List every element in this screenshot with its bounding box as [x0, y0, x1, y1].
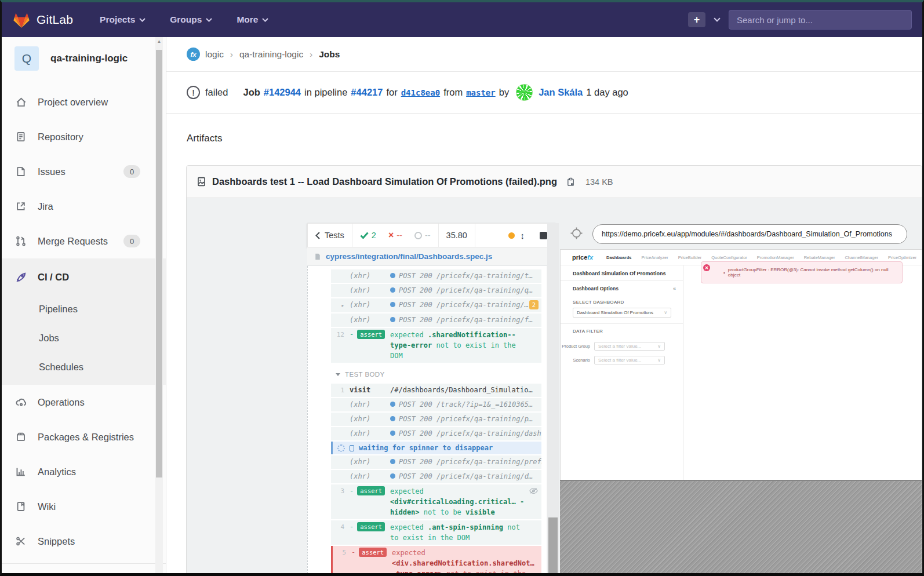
author-link[interactable]: Jan Skála — [539, 87, 583, 98]
gitlab-brand[interactable]: GitLab — [12, 11, 73, 28]
log-row-xhr[interactable]: (xhr) POST 200 /pricefx/qa-training/q… — [331, 284, 541, 297]
pricefx-project-icon: fx — [187, 48, 200, 61]
log-row-xhr[interactable]: (xhr) POST 200 /pricefx/qa-training/f… — [331, 313, 541, 327]
log-row-xhr[interactable]: (xhr) POST 200 /pricefx/qa-training/t… — [331, 269, 541, 283]
artifact-screenshot: Tests 2 ×-- -- 35.80 — [187, 198, 922, 573]
nav-more[interactable]: More — [237, 14, 268, 25]
search-input[interactable] — [729, 10, 912, 30]
chevron-down-icon — [262, 18, 268, 22]
log-row-assert-pass[interactable]: 12 -assert expected .sharedNotification-… — [331, 328, 541, 363]
dashboard-select[interactable]: Dashboard Simulation Of Promotions ∨ — [573, 308, 671, 318]
nav-groups[interactable]: Groups — [170, 14, 212, 25]
job-id-link[interactable]: #142944 — [264, 87, 301, 98]
chevron-down-icon — [139, 18, 145, 22]
sidebar-item-jobs[interactable]: Jobs — [2, 323, 166, 352]
project-name: qa-training-logic — [50, 53, 128, 64]
hidden-eye-icon — [529, 487, 538, 494]
panel-collapse-icon[interactable]: « — [673, 286, 676, 291]
test-duration: 35.80 — [439, 224, 475, 247]
stop-button[interactable] — [540, 232, 547, 239]
breadcrumb-group[interactable]: logic — [205, 49, 224, 60]
sidebar-item-project-overview[interactable]: Project overview — [2, 85, 166, 119]
test-body-section-header[interactable]: TEST BODY — [336, 371, 547, 378]
duplicate-count-badge: 2 — [529, 300, 539, 309]
gitlab-tanuki-icon — [12, 11, 31, 28]
sidebar-item-ci-cd[interactable]: CI / CD — [2, 260, 166, 294]
scroll-up-arrow[interactable]: ▲ — [155, 37, 163, 46]
log-row-xhr[interactable]: (xhr) POST 200 /pricefx/qa-training/pref… — [331, 455, 541, 469]
chevron-down-icon: ∨ — [657, 344, 661, 349]
px-nav-priceoptimizer[interactable]: PriceOptimizer — [888, 255, 916, 260]
cloud-gear-icon — [15, 397, 27, 408]
log-row-xhr[interactable]: (xhr) POST 200 /pricefx/qa-training/dash… — [331, 427, 541, 440]
branch-link[interactable]: master — [466, 88, 496, 97]
log-row-assert-pass[interactable]: 4 -assert expected .ant-spin-spinning no… — [331, 520, 541, 545]
sidebar-item-collapse[interactable]: Collapse sidebar — [2, 563, 166, 573]
sidebar-item-wiki[interactable]: Wiki — [2, 489, 166, 524]
log-row-assert-pass[interactable]: 3 -assert expected <div#criticalLoading.… — [331, 484, 541, 519]
sidebar-item-jira[interactable]: Jira — [2, 189, 166, 224]
sidebar-item-issues[interactable]: Issues 0 — [2, 154, 166, 189]
job-time-ago: 1 day ago — [586, 87, 628, 98]
app-under-test: pricefx Dashboards PriceAnalyzer PriceBu… — [560, 249, 922, 480]
sidebar-item-schedules[interactable]: Schedules — [2, 352, 166, 381]
selector-crosshair-icon[interactable] — [570, 227, 583, 239]
new-item-button[interactable]: + — [688, 12, 705, 27]
px-nav-priceanalyzer[interactable]: PriceAnalyzer — [641, 255, 668, 260]
breadcrumb-project[interactable]: qa-training-logic — [239, 49, 303, 60]
scrollbar-thumb[interactable] — [156, 50, 162, 477]
pipeline-id-link[interactable]: #44217 — [351, 87, 383, 98]
xhr-dot-icon — [390, 302, 395, 307]
log-row-xhr[interactable]: (xhr) POST 200 /pricefx/qa-training/p… — [331, 413, 541, 426]
gitlab-job-page: { "navbar": { "brand": "GitLab", "items"… — [0, 0, 924, 576]
sidebar-item-pipelines[interactable]: Pipelines — [2, 294, 166, 323]
project-header[interactable]: Q qa-training-logic — [2, 38, 166, 79]
scenario-select[interactable]: Select a filter value... ∨ — [594, 356, 665, 364]
error-notification[interactable]: ✕ • productGroupFilter : ERROR(@3): Cann… — [701, 261, 903, 283]
nav-projects[interactable]: Projects — [100, 14, 145, 25]
data-filter-label: DATA FILTER — [561, 324, 683, 337]
xhr-dot-icon — [390, 402, 395, 407]
sidebar-item-snippets[interactable]: Snippets — [2, 524, 166, 559]
px-nav-quoteconfigurator[interactable]: QuoteConfigurator — [711, 255, 747, 260]
error-close-icon[interactable]: ✕ — [703, 264, 710, 271]
sidebar-item-operations[interactable]: Operations — [2, 385, 166, 420]
auto-scroll-indicator-icon[interactable] — [508, 232, 515, 239]
job-status-row: ! failed Job #142944 in pipeline #44217 … — [166, 72, 922, 114]
aut-url-bar[interactable]: https://demo.pricefx.eu/app/modules/#/da… — [592, 224, 907, 244]
sidebar-item-analytics[interactable]: Analytics — [2, 454, 166, 489]
log-row-xhr[interactable]: (xhr) POST 200 /pricefx/qa-training/d… — [331, 470, 541, 483]
px-nav-channelmanager[interactable]: ChannelManager — [845, 255, 878, 260]
sidebar-item-repository[interactable]: Repository — [2, 119, 166, 154]
log-row-waiting-spinner[interactable]: waiting for spinner to disappear — [331, 442, 541, 454]
passed-count: 2 — [360, 231, 376, 240]
log-row-visit[interactable]: 1 visit /#/dashboards/Dashboard_Simulati… — [331, 384, 541, 397]
sidebar-scrollbar[interactable]: ▲ — [155, 37, 163, 573]
author-avatar[interactable] — [516, 84, 533, 101]
spec-file-link[interactable]: cypress/integration/final/Dashboards.spe… — [326, 252, 492, 261]
px-nav-promotionmanager[interactable]: PromotionManager — [757, 255, 794, 260]
scenario-label: Scenario — [561, 358, 594, 363]
log-row-xhr[interactable]: (xhr) POST 200 /track/?ip=1&_=1610365… — [331, 398, 541, 411]
commit-sha-link[interactable]: d41c8ea0 — [401, 88, 440, 97]
copy-clipboard-icon[interactable] — [566, 177, 575, 187]
assert-badge: assert — [357, 486, 385, 495]
sidebar-item-packages[interactable]: Packages & Registries — [2, 420, 166, 454]
breadcrumb-current[interactable]: Jobs — [319, 49, 340, 60]
pending-circle-icon — [414, 232, 422, 239]
xhr-dot-icon — [390, 317, 395, 322]
aut-scrollbar-thumb[interactable] — [548, 517, 558, 573]
log-row-xhr-expandable[interactable]: ▸ (xhr) POST 200 /pricefx/qa-training/… … — [331, 298, 541, 312]
test-stats: 2 ×-- -- — [352, 224, 439, 247]
back-to-tests-button[interactable]: Tests — [308, 224, 352, 247]
aut-scrollbar[interactable] — [547, 223, 559, 573]
xhr-dot-icon — [390, 273, 395, 278]
chevron-down-icon[interactable] — [714, 17, 721, 22]
log-row-assert-fail[interactable]: 5 -assert expected <div.sharedNotificati… — [331, 546, 541, 573]
scroll-updown-icon[interactable]: ↕ — [521, 231, 525, 240]
product-group-select[interactable]: Select a filter value... ∨ — [594, 342, 665, 351]
sidebar-item-merge-requests[interactable]: Merge Requests 0 — [2, 224, 166, 258]
px-nav-pricebuilder[interactable]: PriceBuilder — [678, 255, 701, 260]
px-nav-rebatemanager[interactable]: RebateManager — [804, 255, 835, 260]
px-nav-dashboards[interactable]: Dashboards — [606, 255, 631, 260]
